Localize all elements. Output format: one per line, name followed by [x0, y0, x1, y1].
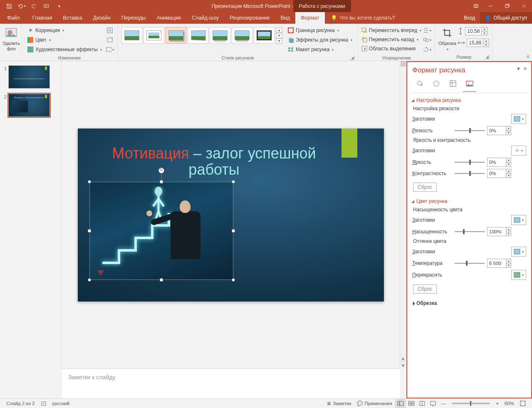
pane-tab-picture-icon[interactable] — [465, 79, 475, 89]
notes-pane[interactable]: Заметки к слайду — [62, 368, 400, 398]
style-thumb-2[interactable] — [144, 27, 164, 44]
temperature-input[interactable]: 6 500▴▾ — [487, 259, 511, 268]
customize-qat-icon[interactable]: ▾ — [55, 2, 63, 10]
next-slide-icon[interactable]: ⮟ — [400, 362, 406, 368]
tab-review[interactable]: Рецензирование — [224, 12, 275, 24]
start-from-beginning-icon[interactable] — [42, 2, 51, 10]
tab-format[interactable]: Формат — [295, 12, 324, 24]
picture-effects-button[interactable]: Эффекты для рисунка▾ — [286, 36, 354, 44]
sat-presets-button[interactable]: ▾ — [511, 215, 526, 225]
ribbon-display-options-icon[interactable] — [470, 0, 482, 12]
recolor-button[interactable]: ▾ — [511, 270, 526, 280]
gallery-scroll[interactable]: ▴▾▾ — [276, 27, 282, 44]
vertical-scrollbar[interactable]: ⮝⮟ — [400, 61, 406, 368]
temperature-slider[interactable] — [455, 260, 485, 267]
comments-button[interactable]: 💬Примечания — [354, 399, 395, 408]
tell-me-search[interactable]: 💡Что вы хотите сделать? — [325, 12, 401, 24]
picture-layout-button[interactable]: Макет рисунка▾ — [286, 45, 354, 54]
save-icon[interactable] — [5, 2, 13, 10]
pane-close-icon[interactable]: ✕ — [523, 66, 527, 72]
picture-styles-gallery[interactable]: ▴▾▾ — [120, 25, 284, 45]
pane-tab-size-icon[interactable] — [448, 79, 458, 89]
notes-button[interactable]: ≣Заметки — [324, 399, 354, 408]
fit-to-window-icon[interactable] — [517, 399, 529, 408]
color-button[interactable]: Цвет▾ — [26, 36, 103, 44]
send-backward-button[interactable]: Переместить назад▾ — [361, 35, 421, 44]
sharpness-slider[interactable] — [455, 127, 485, 134]
resize-handle-ne[interactable] — [232, 180, 235, 183]
pane-options-icon[interactable]: ▼ — [516, 66, 521, 72]
align-button[interactable]: ▾ — [423, 26, 431, 35]
artistic-effects-button[interactable]: Художественные эффекты▾ — [26, 45, 103, 54]
slide-canvas[interactable]: Мотивация – залог успешной работы — [78, 129, 384, 302]
section-picture-color[interactable]: ◢Цвет рисунка — [411, 198, 526, 204]
remove-background-button[interactable]: Удалить фон — [2, 25, 20, 52]
section-picture-corrections[interactable]: ◢Настройка рисунка — [411, 97, 526, 103]
thumbnail-2[interactable]: 2 Мотивация — залог успешной работы — [2, 94, 59, 117]
zoom-in-icon[interactable]: + — [493, 399, 502, 408]
saturation-slider[interactable] — [455, 228, 485, 235]
slideshow-view-icon[interactable] — [428, 399, 438, 408]
thumbnail-1[interactable]: 1 — — — — — [2, 65, 59, 89]
pane-tab-effects-icon[interactable] — [431, 79, 441, 89]
tab-view[interactable]: Вид — [275, 12, 295, 24]
reset-picture-icon[interactable]: ▾ — [106, 45, 114, 54]
picture-border-button[interactable]: Граница рисунка▾ — [286, 26, 354, 35]
selected-picture[interactable] — [89, 182, 233, 280]
styles-launcher-icon[interactable] — [350, 56, 354, 60]
corrections-button[interactable]: ☀Коррекция▾ — [26, 26, 103, 35]
section-crop[interactable]: ◢Обрезка — [411, 300, 526, 306]
size-launcher-icon[interactable] — [485, 55, 489, 59]
resize-handle-s[interactable] — [160, 278, 163, 282]
style-thumb-7[interactable] — [254, 27, 275, 44]
spellcheck-icon[interactable] — [38, 399, 49, 408]
redo-icon[interactable] — [30, 2, 38, 10]
share-button[interactable]: 👤Общий доступ — [480, 12, 532, 24]
contrast-slider[interactable] — [455, 170, 485, 177]
close-icon[interactable] — [515, 0, 532, 12]
resize-handle-nw[interactable] — [88, 180, 91, 183]
slide-counter[interactable]: Слайд 2 из 2 — [3, 399, 38, 408]
style-thumb-5[interactable] — [210, 27, 230, 44]
resize-handle-n[interactable] — [160, 180, 163, 183]
language-button[interactable]: русский — [49, 399, 72, 408]
height-input[interactable]: 10,58 см▴▾ — [465, 27, 487, 35]
undo-icon[interactable]: ▾ — [17, 2, 26, 10]
resize-handle-e[interactable] — [232, 229, 235, 232]
selection-pane-button[interactable]: Область выделения — [361, 45, 421, 53]
compress-pictures-icon[interactable] — [106, 26, 114, 35]
zoom-level[interactable]: 60% — [502, 399, 517, 408]
tab-home[interactable]: Главная — [27, 12, 58, 24]
pane-tab-fill-icon[interactable] — [415, 79, 425, 89]
sharpness-input[interactable]: 0%▴▾ — [487, 126, 511, 135]
crop-button[interactable]: Обрезка▾ — [438, 25, 457, 52]
tab-animations[interactable]: Анимация — [151, 12, 186, 24]
prev-slide-icon[interactable]: ⮝ — [400, 355, 406, 362]
reading-view-icon[interactable] — [417, 399, 428, 408]
saturation-input[interactable]: 100%▴▾ — [487, 227, 511, 236]
contrast-input[interactable]: 0%▴▾ — [487, 169, 511, 178]
resize-handle-w[interactable] — [88, 229, 91, 232]
slide-sorter-view-icon[interactable] — [406, 399, 417, 408]
rotate-handle[interactable] — [158, 168, 164, 173]
zoom-out-icon[interactable]: — — [438, 399, 449, 408]
reset-color-button[interactable]: Сброс — [413, 284, 437, 294]
change-picture-icon[interactable] — [106, 36, 114, 44]
style-thumb-1[interactable] — [121, 27, 142, 44]
tab-transitions[interactable]: Переходы — [116, 12, 151, 24]
brightness-slider[interactable] — [455, 159, 485, 166]
bc-presets-button[interactable]: ☀▾ — [511, 146, 526, 156]
tab-design[interactable]: Дизайн — [88, 12, 116, 24]
tone-presets-button[interactable]: ▾ — [511, 247, 526, 257]
resize-handle-sw[interactable] — [88, 278, 91, 282]
style-thumb-4[interactable] — [188, 27, 208, 44]
normal-view-icon[interactable] — [395, 399, 406, 408]
style-thumb-3[interactable] — [166, 27, 186, 44]
style-thumb-6[interactable] — [232, 27, 252, 44]
sharpen-presets-button[interactable]: ▾ — [511, 114, 526, 124]
minimize-icon[interactable] — [482, 0, 499, 12]
tab-slideshow[interactable]: Слайд-шоу — [186, 12, 224, 24]
width-input[interactable]: 15,88 см▴▾ — [467, 39, 489, 47]
signin-button[interactable]: Вход — [459, 12, 480, 24]
reset-corrections-button[interactable]: Сброс — [413, 183, 437, 192]
